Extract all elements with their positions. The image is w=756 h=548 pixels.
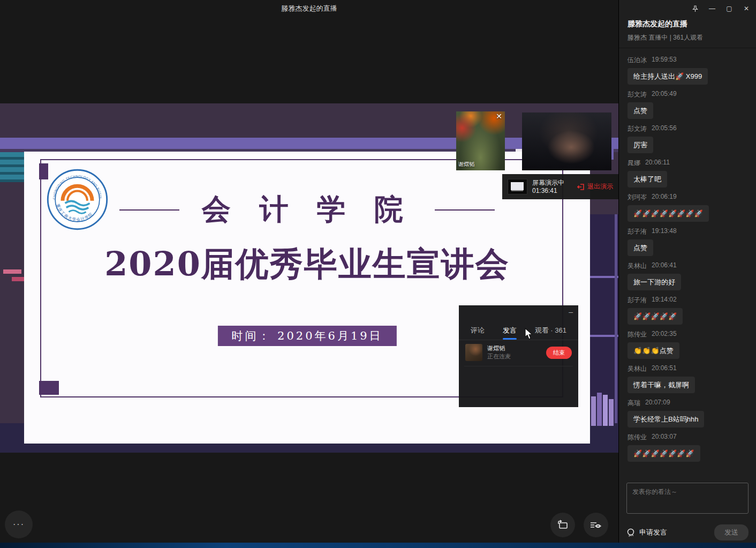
toggle-comments-button[interactable] bbox=[584, 513, 608, 537]
speaker-list-item: 谢熠韬 正在连麦 结束 bbox=[459, 344, 578, 361]
chat-message: 彭文涛 20:05:49 点赞 bbox=[628, 90, 747, 119]
illustration-books bbox=[591, 391, 616, 426]
chat-timestamp: 20:06:51 bbox=[652, 364, 677, 373]
chat-bubble: 点赞 bbox=[628, 102, 653, 119]
video-thumbnail-speaker[interactable]: ✕ 谢熠韬 bbox=[456, 111, 505, 170]
chat-message-header: 陈传业 20:02:35 bbox=[628, 330, 747, 339]
chat-timestamp: 20:02:35 bbox=[652, 330, 677, 339]
maximize-icon[interactable]: ▢ bbox=[725, 4, 734, 13]
chat-sender-name: 高瑞 bbox=[628, 399, 640, 408]
list-divider bbox=[464, 366, 573, 366]
window-controls: — ▢ ✕ bbox=[691, 4, 751, 13]
stream-status-line: 滕雅杰 直播中 | 361人观看 bbox=[628, 33, 747, 42]
chat-bubble: 愣着干嘛，截屏啊 bbox=[628, 377, 695, 393]
chat-message-header: 陈传业 20:03:07 bbox=[628, 433, 747, 442]
chat-message-header: 彭文涛 20:05:56 bbox=[628, 124, 747, 133]
heading-rule-right bbox=[435, 209, 495, 211]
chat-bubble: 🚀🚀🚀🚀🚀🚀🚀 bbox=[628, 445, 700, 462]
screen-share-toast: 屏幕演示中 01:36:41 退出演示 bbox=[502, 174, 618, 199]
chat-message-header: 刘珂岑 20:06:19 bbox=[628, 193, 747, 202]
minimize-icon[interactable]: — bbox=[708, 4, 716, 13]
slide-time-banner: 时间： 2020年6月19日 bbox=[217, 326, 396, 346]
more-options-button[interactable]: ··· bbox=[5, 511, 33, 538]
video-thumbnail-host[interactable] bbox=[522, 112, 611, 170]
chat-timestamp: 19:13:48 bbox=[652, 227, 677, 236]
ellipsis-icon: ··· bbox=[13, 520, 25, 529]
panel-tabs: 评论 发言 观看 · 361 bbox=[459, 326, 578, 340]
chat-timestamp: 20:03:07 bbox=[652, 433, 677, 442]
end-speaking-button[interactable]: 结束 bbox=[546, 347, 572, 359]
chat-sender-name: 吴林山 bbox=[628, 364, 647, 373]
chat-message-header: 彭文涛 20:05:49 bbox=[628, 90, 747, 99]
chat-message: 高瑞 20:07:09 学长经常上B站吗hhh bbox=[628, 399, 747, 427]
illustration-pink-item bbox=[3, 269, 21, 274]
chat-sender-name: 陈传业 bbox=[628, 330, 647, 339]
chat-message: 吴林山 20:06:41 旅一下游的好 bbox=[628, 261, 747, 290]
rotate-screen-button[interactable] bbox=[550, 513, 575, 537]
chat-message-header: 吴林山 20:06:41 bbox=[628, 261, 747, 271]
floating-comment-panel: – 评论 发言 观看 · 361 谢熠韬 正在连麦 结束 bbox=[459, 305, 578, 407]
exit-presentation-label: 退出演示 bbox=[587, 182, 613, 191]
close-icon[interactable]: ✕ bbox=[742, 4, 751, 13]
chat-bubble: 🚀🚀🚀🚀🚀🚀🚀🚀 bbox=[628, 205, 709, 222]
slide-heading: 会 计 学 院 bbox=[202, 190, 412, 229]
illustration-bookshelf bbox=[589, 214, 618, 423]
chat-bubble: 太棒了吧 bbox=[628, 171, 667, 187]
chat-timestamp: 20:05:56 bbox=[652, 124, 677, 133]
speaker-meta: 谢熠韬 正在连麦 bbox=[487, 344, 546, 361]
request-to-speak-label: 申请发言 bbox=[639, 528, 667, 537]
heading-rule-left bbox=[119, 209, 179, 211]
chat-message-header: 吴林山 20:06:51 bbox=[628, 364, 747, 373]
chat-sender-name: 彭文涛 bbox=[628, 90, 647, 99]
speaker-name-label: 谢熠韬 bbox=[458, 161, 474, 168]
chat-message-header: 彭子洧 19:13:48 bbox=[628, 227, 747, 236]
stream-title: 滕雅杰发起的直播 bbox=[628, 19, 747, 29]
chat-bubble: 给主持人送出🚀 X999 bbox=[628, 68, 708, 85]
chat-sender-name: 吴林山 bbox=[628, 261, 647, 271]
chat-bubble: 学长经常上B站吗hhh bbox=[628, 411, 704, 427]
chat-message: 晁娜 20:06:11 太棒了吧 bbox=[628, 159, 747, 187]
chat-sender-name: 刘珂岑 bbox=[628, 193, 647, 202]
panel-minimize-button[interactable]: – bbox=[569, 307, 573, 316]
chat-timestamp: 20:07:09 bbox=[645, 399, 670, 408]
speaker-name: 谢熠韬 bbox=[487, 344, 546, 352]
chat-sender-name: 彭子洧 bbox=[628, 296, 647, 305]
chat-bubble: 厉害 bbox=[628, 137, 653, 153]
send-button[interactable]: 发送 bbox=[714, 524, 749, 541]
chat-bubble: 👏👏👏点赞 bbox=[628, 342, 679, 359]
request-to-speak-button[interactable]: 申请发言 bbox=[626, 528, 667, 537]
rotate-screen-icon bbox=[556, 519, 569, 531]
shelf-line bbox=[589, 276, 618, 278]
live-stream-window: 滕雅杰发起的直播 bbox=[0, 0, 756, 548]
chat-bubble: 旅一下游的好 bbox=[628, 274, 681, 290]
chat-message-list[interactable]: 伍泊冰 19:59:53 给主持人送出🚀 X999 彭文涛 20:05:49 点… bbox=[619, 48, 756, 481]
chat-message: 彭子洧 19:14:02 🚀🚀🚀🚀🚀 bbox=[628, 296, 747, 325]
share-info: 屏幕演示中 01:36:41 bbox=[532, 179, 577, 195]
chat-timestamp: 19:59:53 bbox=[652, 56, 677, 65]
tab-viewers[interactable]: 观看 · 361 bbox=[535, 326, 566, 340]
chat-timestamp: 19:14:02 bbox=[652, 296, 677, 305]
tab-speakers[interactable]: 发言 bbox=[503, 326, 517, 340]
shelf-line bbox=[589, 335, 618, 337]
composer-actions: 申请发言 发送 bbox=[626, 524, 749, 541]
chat-sidebar: — ▢ ✕ 滕雅杰发起的直播 滕雅杰 直播中 | 361人观看 伍泊冰 19:5… bbox=[618, 0, 756, 548]
close-icon[interactable]: ✕ bbox=[496, 112, 502, 120]
chat-message-header: 高瑞 20:07:09 bbox=[628, 399, 747, 408]
speaker-status: 正在连麦 bbox=[487, 352, 546, 361]
stream-title-overlay: 滕雅杰发起的直播 bbox=[0, 4, 618, 13]
chat-bubble: 点赞 bbox=[628, 239, 653, 256]
chat-timestamp: 20:05:49 bbox=[652, 90, 677, 99]
chat-message: 陈传业 20:02:35 👏👏👏点赞 bbox=[628, 330, 747, 359]
pin-icon[interactable] bbox=[691, 4, 699, 13]
stage-area: 滕雅杰发起的直播 bbox=[0, 0, 618, 548]
taskbar-edge[interactable] bbox=[0, 543, 756, 548]
tab-comments[interactable]: 评论 bbox=[471, 326, 485, 340]
comment-input[interactable] bbox=[626, 483, 749, 514]
exit-presentation-button[interactable]: 退出演示 bbox=[577, 182, 613, 191]
chat-message-header: 彭子洧 19:14:02 bbox=[628, 296, 747, 305]
chat-sender-name: 伍泊冰 bbox=[628, 56, 647, 65]
chat-message-header: 晁娜 20:06:11 bbox=[628, 159, 747, 168]
chat-sender-name: 晁娜 bbox=[628, 159, 640, 168]
chat-bubble: 🚀🚀🚀🚀🚀 bbox=[628, 308, 683, 325]
avatar bbox=[465, 344, 482, 361]
